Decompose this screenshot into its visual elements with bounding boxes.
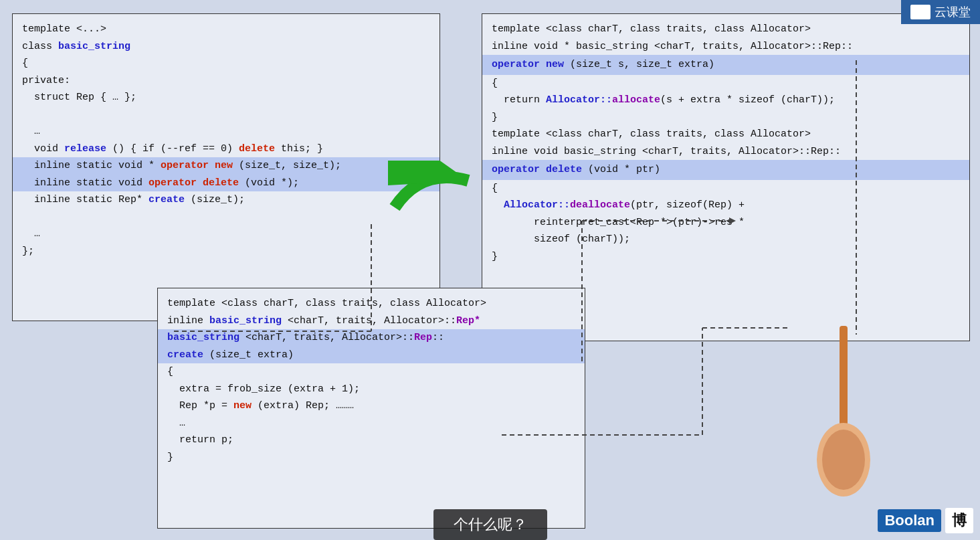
tr-line2: inline void * basic_string <charT, trait… (492, 38, 960, 56)
bm-brace2: } (167, 449, 575, 466)
tr-op-new: operator new (size_t s, size_t extra) (482, 55, 969, 75)
bm-line4: create (size_t extra) (158, 347, 585, 364)
line-dots2: … (22, 226, 430, 243)
bm-new: Rep *p = new (extra) Rep; ……… (167, 397, 575, 415)
line-release: void release () { if (--ref == 0) delete… (22, 141, 430, 158)
subtitle-text: 个什么呢？ (454, 516, 527, 533)
boolan-brand: Boolan (878, 509, 941, 532)
logo-text: 云课堂 (935, 4, 971, 20)
line-brace1: { (22, 55, 430, 72)
tr-dealloc: Allocator::deallocate(ptr, sizeof(Rep) + (492, 197, 960, 214)
line-close: }; (22, 243, 430, 260)
bm-brace1: { (167, 363, 575, 381)
line-empty2 (22, 209, 430, 226)
line-dots1: … (22, 123, 430, 141)
line-template: template <...> (22, 21, 430, 38)
subtitle-bar: 个什么呢？ (433, 509, 547, 540)
bm-return: return p; (167, 432, 575, 449)
line-empty1 (22, 106, 430, 124)
line-private: private: (22, 72, 430, 90)
tr-brace4: } (492, 248, 960, 266)
tr-return: return Allocator::allocate(s + extra * s… (492, 92, 960, 109)
main-content: 云课堂 template <...> class basic_string { … (0, 0, 980, 540)
tr-line7: template <class charT, class traits, cla… (492, 126, 960, 143)
tr-op-delete: operator delete (void * ptr) (482, 160, 969, 180)
bm-line3: basic_string <charT, traits, Allocator>:… (158, 329, 585, 347)
hand-pointer-svg (779, 326, 926, 513)
boolan-logo: Boolan 博 (878, 508, 973, 533)
bm-line2: inline basic_string <charT, traits, Allo… (167, 312, 575, 330)
tr-brace3: { (492, 180, 960, 197)
boolan-suffix: 博 (945, 508, 973, 533)
bm-extra: extra = frob_size (extra + 1); (167, 381, 575, 398)
line-op-new: inline static void * operator new (size_… (13, 157, 439, 175)
svg-point-12 (822, 430, 865, 490)
line-create: inline static Rep* create (size_t); (22, 191, 430, 209)
left-code-box: template <...> class basic_string { priv… (12, 13, 440, 321)
bottom-mid-code-box: template <class charT, class traits, cla… (157, 288, 585, 529)
line-op-delete: inline static void operator delete (void… (13, 175, 439, 192)
tr-reinterpret: reinterpret_cast<Rep *>(ptr)->res * (492, 214, 960, 232)
tr-line1: template <class charT, class traits, cla… (492, 21, 960, 38)
tr-brace1: { (492, 75, 960, 92)
tr-line8: inline void basic_string <charT, traits,… (492, 143, 960, 161)
yunketang-logo: 云课堂 (901, 0, 980, 24)
line-struct: struct Rep { … }; (22, 89, 430, 106)
tr-sizeof: sizeof (charT)); (492, 231, 960, 248)
bm-dots: … (167, 415, 575, 432)
bm-line1: template <class charT, class traits, cla… (167, 295, 575, 312)
logo-icon (910, 5, 930, 19)
line-class: class basic_string (22, 38, 430, 56)
green-arrow (388, 161, 475, 217)
tr-brace2: } (492, 109, 960, 126)
